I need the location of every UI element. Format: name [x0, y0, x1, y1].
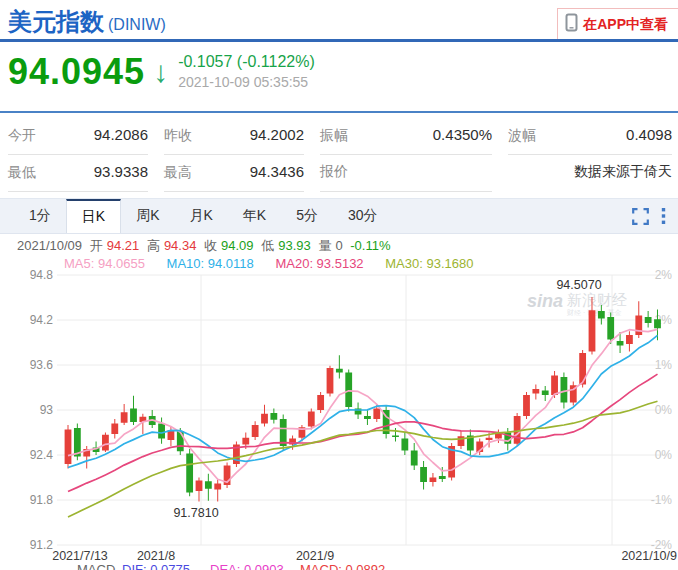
candle-body — [420, 467, 427, 482]
page-title: 美元指数(DINIW) — [8, 6, 166, 38]
y2-axis-label: 0% — [655, 448, 673, 462]
candle-body — [542, 391, 549, 396]
x-axis-label: 2021/10/9 — [621, 549, 677, 563]
ohlc-readout: 2021/10/09 开94.21 高94.34 收94.09 低93.93 量… — [17, 237, 394, 255]
y-axis-label: 94.8 — [30, 268, 54, 282]
candle-body — [261, 414, 268, 424]
price-annotation: 91.7810 — [173, 506, 218, 520]
x-axis-label: 2021/7/13 — [52, 549, 108, 563]
more-options-icon[interactable] — [661, 207, 666, 225]
candle-body — [635, 316, 642, 336]
candle-body — [551, 376, 558, 396]
y-axis-label: 94.2 — [30, 313, 54, 327]
ohlc-low: 93.93 — [278, 238, 311, 253]
y-axis-label: 93 — [40, 403, 54, 417]
chart-period-tabs: 1分 日K 周K 月K 年K 5分 30分 — [0, 198, 678, 234]
y-axis-label: 91.2 — [30, 538, 54, 552]
candle-body — [579, 353, 586, 385]
open-in-app-button[interactable]: 在APP中查看 — [557, 8, 678, 41]
candle-body — [401, 439, 408, 451]
stat-high: 最高94.3436 — [164, 155, 304, 192]
stat-amplitude: 振幅0.4350% — [320, 118, 492, 155]
candlestick-chart-svg[interactable]: 94.82%94.22%93.61%930%92.40%91.8-1%91.2-… — [0, 265, 678, 570]
candle-body — [532, 389, 539, 394]
ohlc-open: 94.21 — [107, 238, 140, 253]
candle-body — [561, 377, 568, 403]
data-source-note: 数据来源于倚天 — [508, 155, 672, 192]
candle-body — [158, 424, 165, 439]
candle-body — [589, 310, 596, 351]
tab-monthly-k[interactable]: 月K — [174, 199, 227, 233]
tab-weekly-k[interactable]: 周K — [121, 199, 174, 233]
candle-body — [214, 484, 221, 490]
candle-body — [196, 481, 203, 492]
candle-body — [373, 409, 380, 420]
candle-body — [270, 413, 277, 420]
svg-text:MACD: 0.0892: MACD: 0.0892 — [300, 562, 385, 570]
candle-body — [186, 454, 193, 493]
ma10-line — [68, 335, 658, 467]
phone-icon — [565, 13, 578, 36]
price-annotation: 94.5070 — [556, 278, 601, 292]
candle-body — [242, 438, 249, 445]
stat-prev-close: 昨收94.2002 — [164, 118, 304, 155]
candle-body — [645, 317, 652, 323]
candle-body — [430, 478, 437, 483]
tab-5min[interactable]: 5分 — [281, 199, 333, 233]
stat-low: 最低93.9338 — [8, 155, 148, 192]
candle-body — [617, 341, 624, 346]
y2-axis-label: -1% — [651, 493, 673, 507]
price-change: -0.1057 (-0.1122%) — [178, 53, 315, 71]
stat-quote-source-label: 报价 — [320, 155, 492, 192]
y2-axis-label: 1% — [655, 358, 673, 372]
tab-30min[interactable]: 30分 — [333, 199, 393, 233]
candle-body — [514, 416, 521, 444]
candle-body — [345, 373, 352, 408]
ohlc-close: 94.09 — [221, 238, 254, 253]
candle-body — [607, 317, 614, 340]
quote-stats-table: 今开94.2086 昨收94.2002 振幅0.4350% 波幅0.4098 最… — [8, 118, 672, 192]
y-axis-label: 91.8 — [30, 493, 54, 507]
quote-summary: 94.0945 ↓ -0.1057 (-0.1122%) 2021-10-09 … — [8, 50, 315, 94]
sina-finance-quote-page: { "header": { "title": "美元指数", "symbol":… — [0, 0, 678, 570]
ma5-line — [68, 329, 658, 482]
candle-body — [327, 368, 334, 394]
svg-text:sina: sina — [527, 291, 563, 311]
down-arrow-icon: ↓ — [153, 52, 168, 92]
candle-body — [392, 436, 399, 438]
svg-text:DIF: 0.0775: DIF: 0.0775 — [122, 562, 190, 570]
open-in-app-label: 在APP中查看 — [583, 16, 668, 34]
fullscreen-icon[interactable] — [632, 208, 649, 225]
svg-text:MACD: MACD — [77, 562, 115, 570]
candle-body — [177, 431, 184, 451]
candle-body — [102, 435, 109, 451]
tab-1min[interactable]: 1分 — [14, 199, 66, 233]
tab-daily-k[interactable]: 日K — [66, 199, 121, 233]
last-price: 94.0945 — [8, 50, 145, 94]
svg-text:新浪财经: 新浪财经 — [567, 291, 627, 308]
candle-body — [654, 319, 661, 328]
candle-body — [626, 335, 633, 344]
candle-body — [317, 395, 324, 410]
candle-body — [439, 476, 446, 479]
candle-body — [121, 412, 128, 423]
candle-body — [411, 451, 418, 466]
index-name: 美元指数 — [8, 8, 104, 35]
candle-body — [65, 430, 72, 465]
y-axis-label: 93.6 — [30, 358, 54, 372]
candle-body — [308, 412, 315, 427]
x-axis-label: 2021/8 — [137, 549, 175, 563]
candle-body — [523, 395, 530, 416]
candlestick-chart[interactable]: 94.82%94.22%93.61%930%92.40%91.8-1%91.2-… — [0, 265, 678, 570]
candle-body — [486, 438, 493, 440]
ma-lines-layer — [68, 329, 658, 517]
tab-yearly-k[interactable]: 年K — [228, 199, 281, 233]
candle-body — [252, 425, 259, 437]
candle-body — [336, 369, 343, 373]
candle-body — [111, 424, 118, 435]
candles-layer — [65, 297, 661, 502]
y-axis-label: 92.4 — [30, 448, 54, 462]
ohlc-date: 2021/10/09 — [17, 238, 82, 253]
macd-readout: MACDDIF: 0.0775DEA: 0.0903MACD: 0.0892 — [77, 562, 385, 570]
stat-range: 波幅0.4098 — [508, 118, 672, 155]
